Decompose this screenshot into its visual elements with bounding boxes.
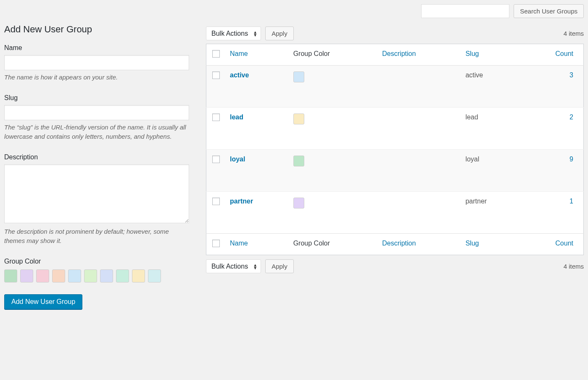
row-name-link[interactable]: partner [230,198,253,205]
row-name-link[interactable]: loyal [230,156,245,163]
search-user-groups-input[interactable] [421,4,509,18]
add-new-user-group-button[interactable]: Add New User Group [4,294,82,309]
color-swatch[interactable] [20,269,33,282]
select-arrows-icon: ▲▼ [253,31,257,37]
bulk-actions-select-bottom[interactable]: Bulk Actions ▲▼ [206,259,261,273]
row-color-chip [293,113,304,124]
slug-input[interactable] [4,105,189,120]
bulk-actions-label-bottom: Bulk Actions [211,263,248,270]
apply-button-bottom[interactable]: Apply [265,259,294,273]
row-color-chip [293,156,304,166]
row-slug: active [460,66,520,108]
col-count-header[interactable]: Count [555,50,573,57]
color-swatch[interactable] [116,269,129,282]
color-swatch[interactable] [100,269,113,282]
col-slug-header[interactable]: Slug [465,50,479,57]
row-name-link[interactable]: active [230,71,249,79]
color-swatch[interactable] [52,269,65,282]
col-group-color-header: Group Color [288,44,377,66]
add-new-heading: Add New User Group [4,24,189,35]
color-swatch[interactable] [132,269,145,282]
row-description [377,108,460,150]
color-swatch[interactable] [84,269,97,282]
name-input[interactable] [4,55,189,70]
row-count-link[interactable]: 2 [570,113,573,121]
name-help: The name is how it appears on your site. [4,73,189,82]
row-slug: partner [460,192,520,234]
table-row: partnerpartner1 [206,192,584,234]
color-swatch[interactable] [148,269,161,282]
table-row: leadlead2 [206,108,584,150]
row-description [377,66,460,108]
group-color-label: Group Color [4,258,189,265]
row-color-chip [293,71,304,82]
description-help: The description is not prominent by defa… [4,227,189,246]
table-row: loyalloyal9 [206,150,584,192]
name-label: Name [4,44,189,52]
items-count-top: 4 items [564,30,584,37]
row-count-link[interactable]: 1 [570,198,573,205]
col-slug-footer[interactable]: Slug [465,240,479,247]
description-textarea[interactable] [4,164,189,223]
select-all-top[interactable] [212,50,220,58]
table-row: activeactive3 [206,66,584,108]
row-checkbox[interactable] [212,156,220,163]
row-count-link[interactable]: 3 [570,71,573,79]
items-count-bottom: 4 items [564,263,584,270]
slug-help: The “slug” is the URL-friendly version o… [4,123,189,142]
description-label: Description [4,153,189,161]
row-description [377,192,460,234]
apply-button-top[interactable]: Apply [265,26,294,40]
col-name-header[interactable]: Name [230,50,248,57]
bulk-actions-label: Bulk Actions [211,30,248,37]
select-arrows-icon: ▲▼ [253,264,257,269]
row-name-link[interactable]: lead [230,113,243,121]
row-description [377,150,460,192]
col-count-footer[interactable]: Count [555,240,573,247]
slug-label: Slug [4,94,189,102]
row-color-chip [293,198,304,208]
color-swatch[interactable] [36,269,49,282]
row-checkbox[interactable] [212,71,220,79]
row-slug: loyal [460,150,520,192]
row-slug: lead [460,108,520,150]
col-group-color-footer: Group Color [288,234,377,255]
col-description-footer[interactable]: Description [382,240,416,247]
color-swatch[interactable] [4,269,17,282]
col-description-header[interactable]: Description [382,50,416,57]
row-count-link[interactable]: 9 [570,156,573,163]
bulk-actions-select-top[interactable]: Bulk Actions ▲▼ [206,26,261,40]
color-swatch[interactable] [68,269,81,282]
search-user-groups-button[interactable]: Search User Groups [514,4,584,18]
row-checkbox[interactable] [212,113,220,121]
col-name-footer[interactable]: Name [230,240,248,247]
select-all-bottom[interactable] [212,240,220,247]
row-checkbox[interactable] [212,198,220,205]
